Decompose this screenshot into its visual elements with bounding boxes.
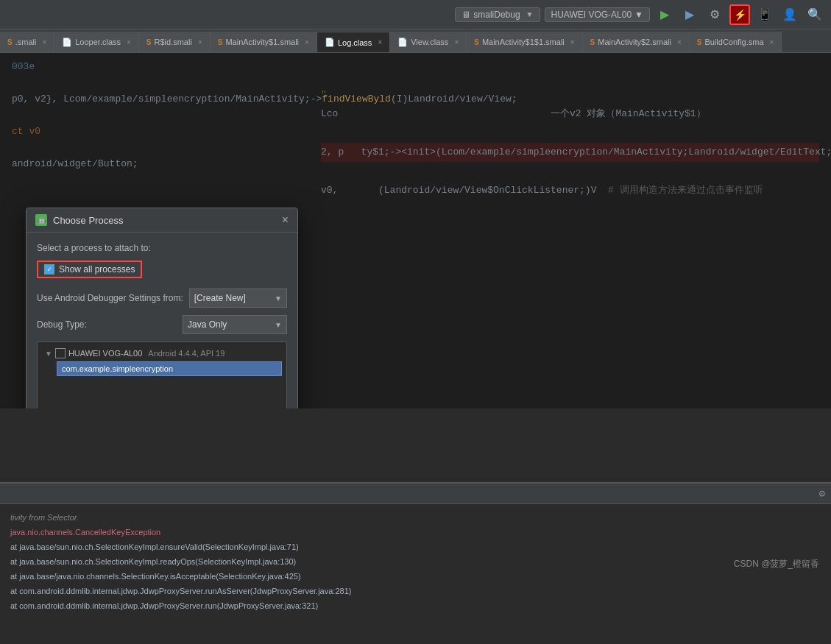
choose-process-dialog: 🤖 Choose Process × Select a process to a… (26, 208, 298, 408)
bottom-panel: ⚙ tivity from Selector. java.nio.channel… (0, 482, 831, 644)
debugger-settings-arrow: ▼ (275, 294, 282, 302)
tab-bc-label: BuildConfig.sma (704, 38, 763, 46)
search-button[interactable]: 🔍 (805, 4, 825, 25)
debug-type-value: Java Only (188, 319, 227, 330)
show-all-processes-label: Show all processes (59, 264, 135, 275)
debug-button[interactable]: ▶ (679, 4, 700, 25)
tab-rsid-close[interactable]: × (198, 38, 202, 46)
tab-ma1-label: MainActivity$1.smali (225, 38, 299, 46)
tab-s-icon: S (7, 38, 13, 46)
profile-button[interactable]: 👤 (779, 4, 800, 25)
attach-debugger-button[interactable]: ⚡ (729, 4, 750, 25)
editor-area: 003e p0, v2}, Lcom/example/simpleencrypt… (0, 53, 831, 408)
android-icon: 🤖 (35, 214, 47, 226)
debugger-settings-select[interactable]: [Create New] ▼ (189, 289, 287, 308)
log-line-1: at java.base/sun.nio.ch.SelectionKeyImpl… (10, 539, 821, 554)
device-selector[interactable]: HUAWEI VOG-AL00 ▼ (545, 7, 650, 22)
tab-log-label: Log.class (338, 38, 372, 47)
tab-bc-icon: S (697, 38, 702, 46)
debugger-settings-value: [Create New] (194, 293, 246, 303)
activity-label: tivity from Selector. (10, 513, 79, 522)
main-toolbar: 🖥 smaliDebug ▼ HUAWEI VOG-AL00 ▼ ▶ ▶ ⚙ ⚡… (0, 0, 831, 29)
log-line-2: at java.base/sun.nio.ch.SelectionKeyImpl… (10, 554, 821, 569)
tab-log-icon: 📄 (325, 38, 335, 47)
phone-button[interactable]: 📱 (754, 4, 775, 25)
debug-type-row: Debug Type: Java Only ▼ (37, 315, 287, 334)
tab-smali-first-label: .smali (15, 38, 37, 46)
tab-ma2-icon: S (590, 38, 595, 46)
tab-ma11-label: MainActivity$1$1.smali (482, 38, 565, 46)
tab-ma1-icon: S (218, 38, 223, 46)
process-tree[interactable]: ▼ HUAWEI VOG-AL00 Android 4.4.4, API 19 … (37, 342, 287, 408)
tab-looper-close[interactable]: × (127, 38, 131, 46)
debug-type-label: Debug Type: (37, 319, 177, 330)
tree-collapse-arrow[interactable]: ▼ (45, 350, 52, 358)
tab-log-class[interactable]: 📄 Log.class × (317, 32, 390, 52)
tab-buildconfig-smali[interactable]: S BuildConfig.sma × (690, 32, 782, 52)
tab-ma11-close[interactable]: × (570, 38, 575, 46)
device-name: HUAWEI VOG-AL00 (68, 349, 142, 358)
tab-rsid-smali[interactable]: S R$id.smali × (139, 32, 211, 52)
show-all-processes-row[interactable]: ✓ Show all processes (37, 261, 142, 278)
debug-config-arrow: ▼ (526, 10, 534, 18)
show-all-processes-checkbox[interactable]: ✓ (44, 264, 54, 275)
log-line-3: at java.base/java.nio.channels.Selection… (10, 569, 821, 584)
tab-view-class[interactable]: 📄 View.class × (390, 32, 467, 52)
device-info: Android 4.4.4, API 19 (148, 349, 224, 358)
log-line-5: at com.android.ddmlib.internal.jdwp.Jdwp… (10, 598, 821, 613)
tab-rsid-label: R$id.smali (155, 38, 192, 46)
checkbox-container: ✓ Show all processes (37, 261, 287, 278)
settings-gear-icon[interactable]: ⚙ (819, 487, 825, 500)
debug-config-selector[interactable]: 🖥 smaliDebug ▼ (455, 7, 540, 22)
tab-bar: S .smali × 📄 Looper.class × S R$id.smali… (0, 29, 831, 53)
tab-ma2-close[interactable]: × (677, 38, 682, 46)
tab-smali-first-close[interactable]: × (42, 38, 46, 46)
run-button[interactable]: ▶ (654, 4, 675, 25)
process-name: com.example.simpleencryption (62, 364, 173, 373)
tab-view-label: View.class (411, 38, 448, 46)
tab-ma11-icon: S (474, 38, 479, 46)
dialog-title: Choose Process (53, 215, 282, 226)
dialog-subtitle: Select a process to attach to: (37, 243, 287, 253)
device-label: HUAWEI VOG-AL00 (551, 10, 632, 20)
device-icon (55, 348, 66, 358)
device-row: ▼ HUAWEI VOG-AL00 Android 4.4.4, API 19 (42, 347, 282, 360)
settings-button[interactable]: ⚙ (704, 4, 725, 25)
bottom-content: tivity from Selector. java.nio.channels.… (0, 504, 831, 619)
tab-view-close[interactable]: × (454, 38, 459, 46)
attach-icon: ⚡ (734, 9, 746, 21)
tab-rsid-icon: S (146, 38, 152, 46)
activity-text: tivity from Selector. (10, 510, 821, 525)
dialog-title-bar: 🤖 Choose Process × (26, 208, 297, 233)
tab-ma2-label: MainActivity$2.smali (598, 38, 671, 46)
tab-mainactivity1-smali[interactable]: S MainActivity$1.smali × (211, 32, 317, 52)
tab-smali-first[interactable]: S .smali × (0, 32, 54, 52)
tab-view-icon: 📄 (397, 38, 408, 47)
tab-log-close[interactable]: × (378, 38, 382, 46)
debug-type-select[interactable]: Java Only ▼ (183, 315, 287, 334)
tab-ma2-smali[interactable]: S MainActivity$2.smali × (583, 32, 690, 52)
device-arrow: ▼ (634, 10, 643, 20)
debug-config-label: smaliDebug (473, 10, 520, 20)
debugger-settings-label: Use Android Debugger Settings from: (37, 293, 183, 303)
tab-looper-label: Looper.class (75, 38, 121, 46)
tab-looper-icon: 📄 (62, 38, 72, 47)
tab-looper-class[interactable]: 📄 Looper.class × (54, 32, 139, 52)
tab-bc-close[interactable]: × (770, 38, 774, 46)
debug-type-arrow: ▼ (275, 321, 282, 329)
tab-ma1-close[interactable]: × (305, 38, 309, 46)
tab-ma11-smali[interactable]: S MainActivity$1$1.smali × (467, 32, 582, 52)
bottom-toolbar: ⚙ (0, 484, 831, 504)
debug-icon-small: 🖥 (462, 10, 470, 20)
dialog-close-button[interactable]: × (282, 214, 289, 226)
dialog-body: Select a process to attach to: ✓ Show al… (26, 233, 297, 408)
process-row[interactable]: com.example.simpleencryption (57, 361, 282, 376)
csdn-watermark: CSDN @菠萝_橙留香 (734, 558, 819, 570)
log-line-4: at com.android.ddmlib.internal.jdwp.Jdwp… (10, 584, 821, 598)
log-line-0: java.nio.channels.CancelledKeyException (10, 525, 821, 539)
debugger-settings-row: Use Android Debugger Settings from: [Cre… (37, 289, 287, 308)
